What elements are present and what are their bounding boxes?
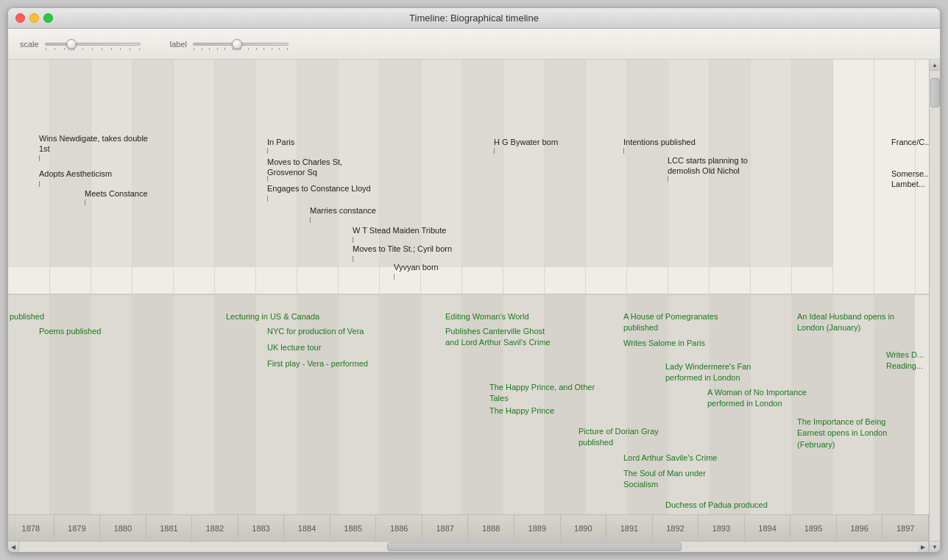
event-engages-constance: Engages to Constance Lloyd (267, 183, 371, 194)
year-1892: 1892 (653, 515, 699, 541)
year-1891: 1891 (606, 515, 653, 541)
event-tite-st: Moves to Tite St.; Cyril born (353, 244, 452, 254)
event-lcc: LCC starts planning todemolish Old Nicho… (668, 155, 748, 177)
year-1894: 1894 (745, 515, 791, 541)
event-marries-constance: Marries constance (310, 205, 376, 216)
event-nyc-vera: NYC for production of Vera (267, 326, 364, 337)
horizontal-scrollbar[interactable]: ◀ ▶ (8, 541, 929, 552)
label-control: label (170, 40, 289, 49)
event-intentions: Intentions published (623, 137, 696, 147)
scale-control: scale (20, 40, 141, 49)
event-canterville: Publishes Canterville Ghostand Lord Arth… (445, 326, 551, 349)
year-1884: 1884 (284, 515, 330, 541)
vertical-scrollbar[interactable]: ▲ ▼ (929, 60, 940, 552)
scroll-left-arrow[interactable]: ◀ (8, 542, 19, 553)
main-window: Timeline: Biographical timeline scale la… (7, 7, 941, 553)
event-uk-lecture: UK lecture tour (267, 342, 321, 353)
year-1883: 1883 (238, 515, 285, 541)
close-button[interactable] (15, 13, 25, 23)
scale-slider[interactable] (45, 43, 141, 46)
event-france: France/C... (891, 137, 929, 147)
year-1887: 1887 (422, 515, 469, 541)
event-lord-arthur: Lord Arthur Savile's Crime (623, 453, 717, 464)
label-label: label (170, 40, 187, 49)
scroll-right-arrow[interactable]: ▶ (918, 542, 929, 553)
scroll-down-arrow[interactable]: ▼ (930, 541, 941, 552)
event-writes-d: Writes D...Reading... (886, 350, 924, 372)
year-1878: 1878 (8, 515, 54, 541)
event-lecturing: Lecturing in US & Canada (226, 311, 319, 322)
year-1897: 1897 (882, 515, 929, 541)
event-ideal-husband: An Ideal Husband opens inLondon (January… (797, 311, 894, 334)
timeline-main: Wins Newdigate, takes double1st Adopts A… (8, 60, 929, 552)
year-1885: 1885 (330, 515, 377, 541)
year-1895: 1895 (790, 515, 837, 541)
scale-label: scale (20, 40, 39, 49)
scroll-up-arrow[interactable]: ▲ (930, 60, 941, 71)
year-1882: 1882 (192, 515, 238, 541)
year-bar: 1878 1879 1880 1881 1882 1883 1884 1885 … (8, 514, 929, 541)
scroll-h-track[interactable] (19, 542, 918, 552)
event-bywater: H G Bywater born (494, 137, 558, 147)
year-1880: 1880 (100, 515, 146, 541)
content-area: Wins Newdigate, takes double1st Adopts A… (8, 60, 940, 552)
event-in-paris: In Paris (267, 137, 294, 147)
year-1879: 1879 (54, 515, 101, 541)
scroll-h-thumb[interactable] (387, 542, 682, 551)
label-slider[interactable] (193, 43, 289, 46)
event-soul-of-man: The Soul of Man underSocialism (623, 468, 706, 491)
event-duchess-padua: Duchess of Padua produced (665, 500, 768, 511)
toolbar: scale label (8, 29, 940, 60)
titlebar: Timeline: Biographical timeline (8, 8, 940, 29)
event-dorian-gray: Picture of Dorian Graypublished (579, 426, 659, 449)
event-aestheticism: Adopts Aestheticism (39, 169, 112, 179)
event-charles-st: Moves to Charles St,Grosvenor Sq (267, 157, 342, 178)
maximize-button[interactable] (43, 13, 53, 23)
event-meets-constance: Meets Constance (85, 188, 148, 199)
top-panel: Wins Newdigate, takes double1st Adopts A… (8, 60, 929, 295)
scroll-v-track[interactable] (930, 71, 940, 552)
event-importance-earnest: The Importance of BeingEarnest opens in … (797, 417, 887, 450)
window-title: Timeline: Biographical timeline (409, 13, 539, 24)
event-poems: Poems published (39, 326, 101, 337)
event-pomegranates: A House of Pomegranatespublished (623, 311, 718, 334)
year-1886: 1886 (376, 515, 422, 541)
event-editing-womans: Editing Woman's World (445, 311, 529, 322)
traffic-lights (15, 13, 53, 23)
bottom-panel: published Poems published Lecturing in U… (8, 295, 929, 541)
event-lady-windermere: Lady Windermere's Fanperformed in London (665, 361, 751, 384)
minimize-button[interactable] (29, 13, 39, 23)
event-vyvyan: Vyvyan born (394, 262, 439, 272)
year-1889: 1889 (514, 515, 561, 541)
scroll-v-thumb[interactable] (930, 78, 940, 107)
event-published: published (10, 311, 44, 322)
year-1888: 1888 (468, 515, 514, 541)
event-woman-no-importance: A Woman of No Importanceperformed in Lon… (707, 387, 807, 410)
event-wins-newdigate: Wins Newdigate, takes double1st (39, 133, 148, 155)
event-somerset: Somerse...Lambet... (891, 169, 929, 190)
event-happy-prince: The Happy Prince (489, 405, 554, 417)
event-happy-prince-tales: The Happy Prince, and OtherTales (489, 382, 595, 405)
year-1893: 1893 (698, 515, 745, 541)
event-salome-paris: Writes Salome in Paris (623, 338, 705, 349)
year-1896: 1896 (837, 515, 883, 541)
year-1890: 1890 (561, 515, 607, 541)
event-stead-maiden: W T Stead Maiden Tribute (353, 225, 446, 235)
event-first-play-vera: First play - Vera - performed (267, 358, 368, 369)
year-1881: 1881 (146, 515, 193, 541)
